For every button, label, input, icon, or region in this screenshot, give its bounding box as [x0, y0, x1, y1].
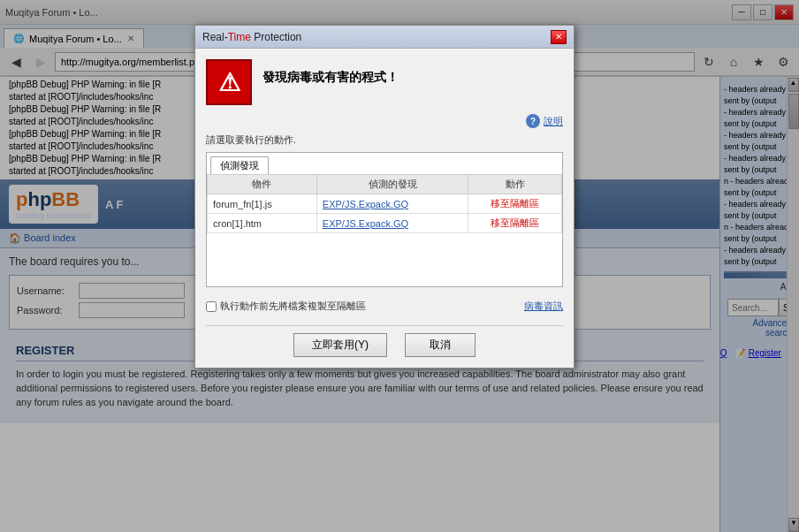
av-threat-2[interactable]: EXP/JS.Expack.GQ: [316, 214, 468, 233]
av-virus-info-link[interactable]: 病毒資訊: [524, 300, 563, 313]
av-table-empty-space: [207, 233, 562, 286]
av-tabs: 偵測發現: [207, 153, 562, 174]
table-row: cron[1].htm EXP/JS.Expack.GQ 移至隔離區: [208, 214, 562, 233]
av-top-section: ⚠ 發現病毒或有害的程式！: [206, 59, 563, 105]
av-table-body: forum_fn[1].js EXP/JS.Expack.GQ 移至隔離區 cr…: [208, 194, 562, 233]
av-action-2: 移至隔離區: [468, 214, 562, 233]
table-row: forum_fn[1].js EXP/JS.Expack.GQ 移至隔離區: [208, 194, 562, 214]
av-file-1: forum_fn[1].js: [208, 194, 317, 214]
av-warning-symbol: ⚠: [218, 68, 240, 97]
antivirus-dialog: Real-Time Protection ✕ ⚠ 發現病毒或有害的程式！ ? 說…: [194, 25, 575, 369]
av-table-head: 物件 偵測的發現 動作: [208, 175, 562, 194]
av-title-bar: Real-Time Protection ✕: [195, 26, 574, 49]
av-title-post: Protection: [251, 31, 301, 43]
av-main-message: 發現病毒或有害的程式！: [263, 59, 399, 86]
av-help-label[interactable]: 說明: [544, 115, 563, 128]
av-title-pre: Real-: [202, 31, 228, 43]
av-col-file: 物件: [208, 175, 317, 194]
av-file-2: cron[1].htm: [208, 214, 317, 233]
av-col-threat: 偵測的發現: [316, 175, 468, 194]
av-body: ⚠ 發現病毒或有害的程式！ ? 說明 請選取要執行的動作. 偵測發現 物件 偵測…: [195, 49, 574, 368]
av-checkbox-label: 執行動作前先將檔案複製至隔離區: [220, 300, 366, 313]
av-table-header-row: 物件 偵測的發現 動作: [208, 175, 562, 194]
av-footer: 立即套用(Y) 取消: [206, 325, 563, 357]
av-bottom-row: 執行動作前先將檔案複製至隔離區 病毒資訊: [206, 293, 563, 313]
av-col-action: 動作: [468, 175, 562, 194]
av-title-em: Time: [228, 31, 251, 43]
av-help-section: ? 說明: [206, 114, 563, 128]
av-detections-table: 物件 偵測的發現 動作 forum_fn[1].js EXP/JS.Expack…: [207, 174, 562, 233]
av-apply-button[interactable]: 立即套用(Y): [293, 333, 387, 357]
av-action-1: 移至隔離區: [468, 194, 562, 214]
av-close-button[interactable]: ✕: [551, 30, 567, 44]
av-warning-icon: ⚠: [206, 59, 252, 105]
av-title-text: Real-Time Protection: [202, 31, 301, 43]
av-threat-1[interactable]: EXP/JS.Expack.GQ: [316, 194, 468, 214]
av-instruction: 請選取要執行的動作.: [206, 133, 563, 147]
av-tab-detections[interactable]: 偵測發現: [210, 156, 269, 174]
av-copy-checkbox[interactable]: [206, 301, 217, 312]
av-cancel-button[interactable]: 取消: [405, 333, 476, 357]
av-table-container: 偵測發現 物件 偵測的發現 動作 forum_fn[1].js EXP/JS.E…: [206, 152, 563, 287]
av-checkbox-row: 執行動作前先將檔案複製至隔離區: [206, 300, 366, 313]
av-help-icon: ?: [526, 114, 540, 128]
